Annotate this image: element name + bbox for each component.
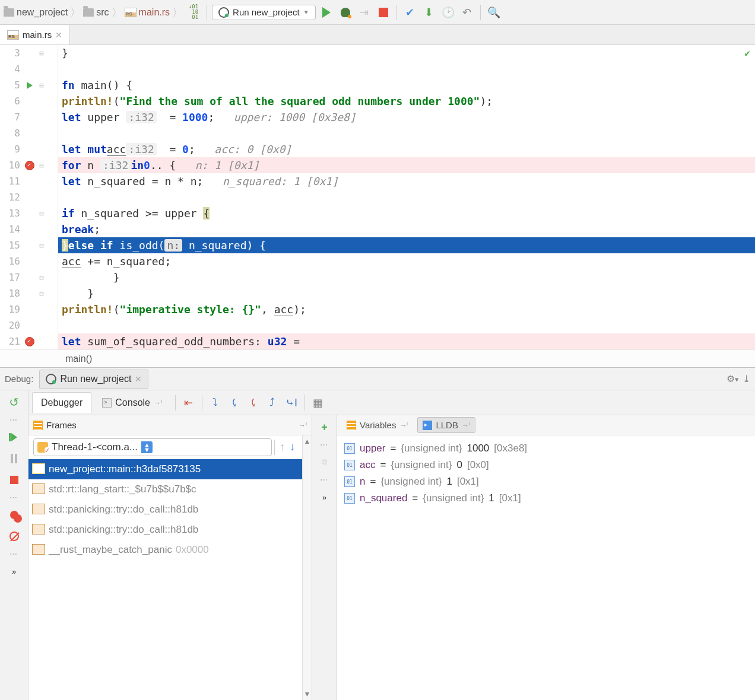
gutter-row[interactable]: 13⊟ <box>0 205 58 221</box>
gutter-row[interactable]: 9 <box>0 141 58 157</box>
stop-button[interactable] <box>375 4 392 21</box>
run-with-coverage-button[interactable]: ⇥ <box>356 4 373 21</box>
step-over-button[interactable]: ⤵ <box>207 394 224 411</box>
stack-frame[interactable]: std::panicking::try::do_call::h81db <box>28 499 302 520</box>
stack-frame[interactable]: new_project::main::h3daf5873135 <box>28 459 302 479</box>
breadcrumb-project[interactable]: new_project <box>4 7 68 18</box>
pin-icon[interactable]: →ˡ <box>299 421 307 429</box>
prev-frame-button[interactable]: ↑ <box>277 441 287 453</box>
run-gutter[interactable] <box>24 82 36 89</box>
code-line[interactable]: } else if is_odd(n: n_squared) { <box>58 237 755 253</box>
code-line[interactable]: } <box>58 285 755 301</box>
variables-list[interactable]: 01 upper = {unsigned int} 1000 [0x3e8]01… <box>337 435 755 511</box>
fold-indicator[interactable]: ⊟ <box>36 209 47 218</box>
code-line[interactable] <box>58 125 755 141</box>
vcs-up-button[interactable]: ⬇ <box>421 4 437 21</box>
code-line[interactable]: for n :i32 in 0.. { n: 1 [0x1] <box>58 157 755 173</box>
fold-indicator[interactable]: ⊟ <box>36 49 47 58</box>
run-to-cursor-button[interactable]: ⤷I <box>283 394 300 411</box>
new-watch-button[interactable]: + <box>316 419 333 435</box>
variables-tab[interactable]: Variables →ˡ <box>342 418 413 432</box>
rerun-button[interactable]: ↻ <box>6 394 23 411</box>
code-line[interactable]: if n_squared >= upper { <box>58 205 755 221</box>
breakpoint-icon[interactable] <box>25 337 34 346</box>
console-tab[interactable]: Console →ˡ <box>94 393 170 413</box>
code-line[interactable]: let mut acc :i32 = 0; acc: 0 [0x0] <box>58 141 755 157</box>
code-line[interactable]: fn main() { <box>58 77 755 93</box>
more-button[interactable]: » <box>6 563 23 580</box>
variable-row[interactable]: 01 upper = {unsigned int} 1000 [0x3e8] <box>344 440 748 457</box>
breadcrumb-folder[interactable]: src <box>83 7 109 18</box>
code-line[interactable]: break; <box>58 221 755 237</box>
variable-row[interactable]: 01 acc = {unsigned int} 0 [0x0] <box>344 457 748 473</box>
close-icon[interactable]: ✕ <box>55 30 62 40</box>
code-line[interactable]: let n_squared = n * n; n_squared: 1 [0x1… <box>58 173 755 189</box>
search-everywhere-button[interactable]: 🔍 <box>486 4 502 21</box>
scroll-up-icon[interactable]: ▲ <box>303 435 312 447</box>
gutter-row[interactable]: 5⊟ <box>0 77 58 93</box>
scroll-down-icon[interactable]: ▼ <box>303 688 312 700</box>
stack-frame[interactable]: __rust_maybe_catch_panic 0x0000 <box>28 540 302 560</box>
debugger-tab[interactable]: Debugger <box>32 392 91 413</box>
fold-indicator[interactable]: ⊟ <box>36 161 47 170</box>
step-out-button[interactable]: ⤴ <box>264 394 281 411</box>
view-breakpoints-button[interactable] <box>6 507 23 523</box>
show-execution-point-button[interactable]: ⇤ <box>180 394 197 411</box>
variable-row[interactable]: 01 n = {unsigned int} 1 [0x1] <box>344 473 748 490</box>
pause-button[interactable] <box>6 450 23 467</box>
code-line[interactable]: let sum_of_squared_odd_numbers: u32 = <box>58 333 755 349</box>
code-line[interactable]: acc += n_squared; <box>58 253 755 269</box>
gutter-row[interactable]: 14 <box>0 221 58 237</box>
gutter-row[interactable]: 10⊟ <box>0 157 58 173</box>
evaluate-expression-button[interactable]: ▦ <box>310 394 326 411</box>
gear-icon[interactable]: ⚙▾ <box>727 373 739 384</box>
scroll-from-source-button[interactable]: ↓011001 <box>185 4 202 21</box>
history-button[interactable]: 🕑 <box>440 4 456 21</box>
variable-row[interactable]: 01 n_squared = {unsigned int} 1 [0x1] <box>344 490 748 507</box>
code-line[interactable]: let upper :i32 = 1000; upper: 1000 [0x3e… <box>58 109 755 125</box>
gutter-row[interactable]: 21 <box>0 333 58 349</box>
fold-indicator[interactable]: ⊟ <box>36 81 47 90</box>
stack-frame[interactable]: std::rt::lang_start::_$u7b$$u7b$c <box>28 479 302 499</box>
gutter-row[interactable]: 8 <box>0 125 58 141</box>
code-line[interactable] <box>58 189 755 205</box>
fold-indicator[interactable]: ⊟ <box>36 241 47 250</box>
code-line[interactable] <box>58 61 755 77</box>
force-step-into-button[interactable]: ⤹ <box>245 394 262 411</box>
gutter-row[interactable]: 6 <box>0 93 58 109</box>
thread-selector[interactable]: Thread-1-<com.a... ▲▼ <box>33 438 272 456</box>
editor-breadcrumb[interactable]: main() <box>0 349 755 367</box>
code-line[interactable] <box>58 317 755 333</box>
fold-indicator[interactable]: ⊟ <box>36 273 47 282</box>
run-gutter-icon[interactable] <box>27 82 33 89</box>
gutter-row[interactable]: 16 <box>0 253 58 269</box>
run-button[interactable] <box>318 4 335 21</box>
step-into-button[interactable]: ⤹ <box>226 394 243 411</box>
breakpoint-icon[interactable] <box>25 161 34 170</box>
stack-frame[interactable]: std::panicking::try::do_call::h81db <box>28 520 302 540</box>
breakpoint-gutter[interactable] <box>24 337 36 346</box>
update-button[interactable]: ✔ <box>402 4 418 21</box>
mute-breakpoints-button[interactable] <box>6 528 23 545</box>
editor-tab-main-rs[interactable]: main.rs ✕ <box>0 25 70 44</box>
copy-button[interactable]: ⧉ <box>316 454 333 470</box>
close-icon[interactable]: ✕ <box>135 374 142 384</box>
code-editor[interactable]: ✔ 3⊟45⊟678910⊟111213⊟1415⊟1617⊟18⊟192021… <box>0 45 755 349</box>
gutter-row[interactable]: 20 <box>0 317 58 333</box>
editor-gutter[interactable]: 3⊟45⊟678910⊟111213⊟1415⊟1617⊟18⊟192021 <box>0 45 58 349</box>
breakpoint-gutter[interactable] <box>24 161 36 170</box>
more-button[interactable]: » <box>316 489 333 505</box>
run-config-selector[interactable]: Run new_project ▼ <box>212 5 315 20</box>
fold-indicator[interactable]: ⊟ <box>36 289 47 298</box>
gutter-row[interactable]: 19 <box>0 301 58 317</box>
gutter-row[interactable]: 12 <box>0 189 58 205</box>
breadcrumb-file[interactable]: main.rs <box>125 7 170 18</box>
code-line[interactable]: } <box>58 269 755 285</box>
stop-button[interactable] <box>6 472 23 488</box>
gutter-row[interactable]: 7 <box>0 109 58 125</box>
gutter-row[interactable]: 11 <box>0 173 58 189</box>
code-line[interactable]: println!("imperative style: {}", acc); <box>58 301 755 317</box>
resume-button[interactable] <box>6 429 23 446</box>
code-line[interactable]: println!("Find the sum of all the square… <box>58 93 755 109</box>
code-line[interactable]: } <box>58 45 755 61</box>
